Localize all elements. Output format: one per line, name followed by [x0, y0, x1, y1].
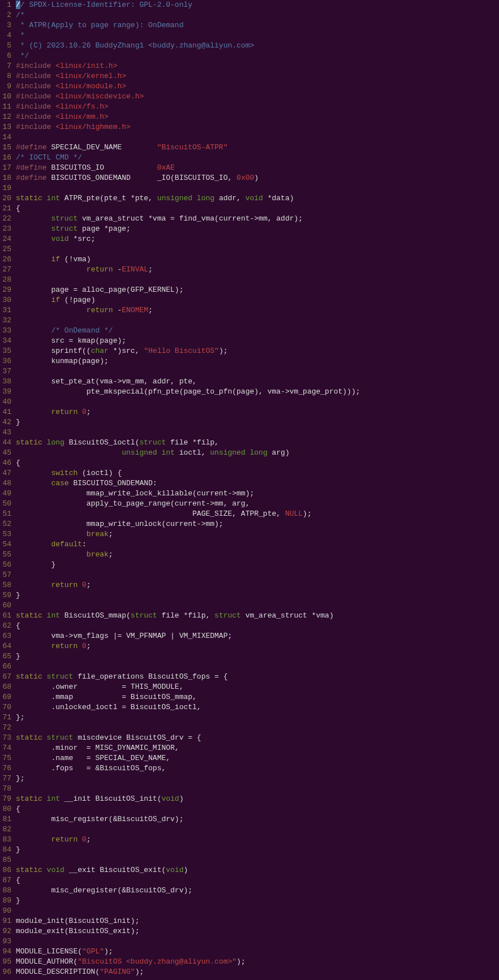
code-line[interactable]: module_exit(BiscuitOS_exit);: [16, 926, 499, 936]
code-line[interactable]: break;: [16, 529, 499, 539]
code-line[interactable]: if (!page): [16, 295, 499, 305]
code-line[interactable]: [16, 366, 499, 377]
code-line[interactable]: {: [16, 204, 499, 214]
code-line[interactable]: #include <linux/mm.h>: [16, 112, 499, 122]
code-line[interactable]: struct page *page;: [16, 224, 499, 234]
code-line[interactable]: mmap_write_lock_killable(current->mm);: [16, 489, 499, 499]
code-line[interactable]: mmap_write_unlock(current->mm);: [16, 519, 499, 529]
code-line[interactable]: [16, 316, 499, 326]
code-line[interactable]: #define BISCUITOS_ONDEMAND _IO(BISCUITOS…: [16, 173, 499, 183]
code-line[interactable]: [16, 244, 499, 254]
code-line[interactable]: .owner = THIS_MODULE,: [16, 682, 499, 692]
code-line[interactable]: #include <linux/highmem.h>: [16, 122, 499, 132]
code-line[interactable]: .mmap = BiscuitOS_mmap,: [16, 692, 499, 702]
code-line[interactable]: };: [16, 713, 499, 723]
code-line[interactable]: // SPDX-License-Identifier: GPL-2.0-only: [16, 0, 499, 10]
code-line[interactable]: [16, 662, 499, 672]
code-line[interactable]: {: [16, 804, 499, 814]
code-line[interactable]: case BISCUITOS_ONDEMAND:: [16, 478, 499, 489]
code-line[interactable]: {: [16, 621, 499, 631]
code-line[interactable]: .minor = MISC_DYNAMIC_MINOR,: [16, 743, 499, 753]
code-line[interactable]: [16, 275, 499, 285]
code-line[interactable]: static void __exit BiscuitOS_exit(void): [16, 865, 499, 875]
code-line[interactable]: sprintf((char *)src, "Hello BiscuitOS");: [16, 346, 499, 356]
code-line[interactable]: return 0;: [16, 407, 499, 417]
code-line[interactable]: return -EINVAL;: [16, 265, 499, 275]
code-line[interactable]: #include <linux/miscdevice.h>: [16, 92, 499, 102]
code-line[interactable]: return 0;: [16, 835, 499, 845]
code-line[interactable]: [16, 132, 499, 143]
code-line[interactable]: switch (ioctl) {: [16, 468, 499, 478]
code-line[interactable]: MODULE_DESCRIPTION("PAGING");: [16, 967, 499, 977]
code-line[interactable]: * (C) 2023.10.26 BuddyZhang1 <buddy.zhan…: [16, 41, 499, 51]
code-line[interactable]: }: [16, 417, 499, 428]
code-line[interactable]: [16, 183, 499, 193]
code-line[interactable]: MODULE_AUTHOR("BiscuitOS <buddy.zhang@al…: [16, 957, 499, 967]
code-line[interactable]: #include <linux/init.h>: [16, 61, 499, 71]
code-line[interactable]: PAGE_SIZE, ATPR_pte, NULL);: [16, 509, 499, 519]
code-line[interactable]: /* IOCTL CMD */: [16, 153, 499, 163]
line-number: 11: [0, 102, 11, 112]
code-editor[interactable]: 1234567891011121314151617181920212223242…: [0, 0, 499, 977]
code-line[interactable]: };: [16, 774, 499, 784]
code-line[interactable]: [16, 570, 499, 580]
code-line[interactable]: kunmap(page);: [16, 356, 499, 366]
code-line[interactable]: static int BiscuitOS_mmap(struct file *f…: [16, 611, 499, 621]
code-line[interactable]: {: [16, 458, 499, 468]
code-line[interactable]: #include <linux/module.h>: [16, 81, 499, 92]
code-line[interactable]: MODULE_LICENSE("GPL");: [16, 947, 499, 957]
code-line[interactable]: module_init(BiscuitOS_init);: [16, 916, 499, 926]
code-line[interactable]: static int ATPR_pte(pte_t *pte, unsigned…: [16, 193, 499, 204]
code-line[interactable]: [16, 397, 499, 407]
code-line[interactable]: if (!vma): [16, 254, 499, 265]
code-line[interactable]: /*: [16, 10, 499, 20]
code-line[interactable]: */: [16, 51, 499, 61]
code-line[interactable]: static int __init BiscuitOS_init(void): [16, 794, 499, 804]
code-line[interactable]: page = alloc_page(GFP_KERNEL);: [16, 285, 499, 295]
code-line[interactable]: misc_deregister(&BiscuitOS_drv);: [16, 886, 499, 896]
code-line[interactable]: apply_to_page_range(current->mm, arg,: [16, 499, 499, 509]
code-line[interactable]: }: [16, 845, 499, 855]
code-line[interactable]: misc_register(&BiscuitOS_drv);: [16, 814, 499, 824]
code-line[interactable]: return 0;: [16, 580, 499, 590]
code-line[interactable]: }: [16, 590, 499, 601]
code-line[interactable]: {: [16, 875, 499, 886]
code-line[interactable]: [16, 855, 499, 865]
code-line[interactable]: struct vm_area_struct *vma = find_vma(cu…: [16, 214, 499, 224]
code-line[interactable]: }: [16, 560, 499, 570]
code-line[interactable]: static struct miscdevice BiscuitOS_drv =…: [16, 733, 499, 743]
code-line[interactable]: return 0;: [16, 641, 499, 651]
code-line[interactable]: default:: [16, 539, 499, 550]
code-line[interactable]: [16, 601, 499, 611]
code-line[interactable]: src = kmap(page);: [16, 336, 499, 346]
code-line[interactable]: .unlocked_ioctl = BiscuitOS_ioctl,: [16, 702, 499, 713]
code-line[interactable]: .name = SPECIAL_DEV_NAME,: [16, 753, 499, 763]
code-line[interactable]: static struct file_operations BiscuitOS_…: [16, 672, 499, 682]
code-line[interactable]: [16, 936, 499, 947]
code-line[interactable]: [16, 723, 499, 733]
code-line[interactable]: [16, 824, 499, 835]
code-line[interactable]: #include <linux/fs.h>: [16, 102, 499, 112]
code-line[interactable]: *: [16, 31, 499, 41]
code-line[interactable]: static long BiscuitOS_ioctl(struct file …: [16, 438, 499, 448]
code-line[interactable]: vma->vm_flags |= VM_PFNMAP | VM_MIXEDMAP…: [16, 631, 499, 641]
code-line[interactable]: .fops = &BiscuitOS_fops,: [16, 763, 499, 774]
code-line[interactable]: }: [16, 651, 499, 662]
code-line[interactable]: set_pte_at(vma->vm_mm, addr, pte,: [16, 377, 499, 387]
code-line[interactable]: break;: [16, 550, 499, 560]
code-line[interactable]: unsigned int ioctl, unsigned long arg): [16, 448, 499, 458]
code-line[interactable]: #define SPECIAL_DEV_NAME "BiscuitOS-ATPR…: [16, 143, 499, 153]
token-c-const: EINVAL: [122, 265, 148, 274]
code-line[interactable]: [16, 428, 499, 438]
code-line[interactable]: return -ENOMEM;: [16, 305, 499, 316]
code-line[interactable]: [16, 906, 499, 916]
code-area[interactable]: // SPDX-License-Identifier: GPL-2.0-only…: [16, 0, 499, 977]
code-line[interactable]: }: [16, 896, 499, 906]
code-line[interactable]: pte_mkspecial(pfn_pte(page_to_pfn(page),…: [16, 387, 499, 397]
code-line[interactable]: [16, 784, 499, 794]
code-line[interactable]: #define BISCUITOS_IO 0xAE: [16, 163, 499, 173]
code-line[interactable]: #include <linux/kernel.h>: [16, 71, 499, 81]
code-line[interactable]: void *src;: [16, 234, 499, 244]
code-line[interactable]: /* OnDemand */: [16, 326, 499, 336]
code-line[interactable]: * ATPR(Apply to page range): OnDemand: [16, 20, 499, 31]
